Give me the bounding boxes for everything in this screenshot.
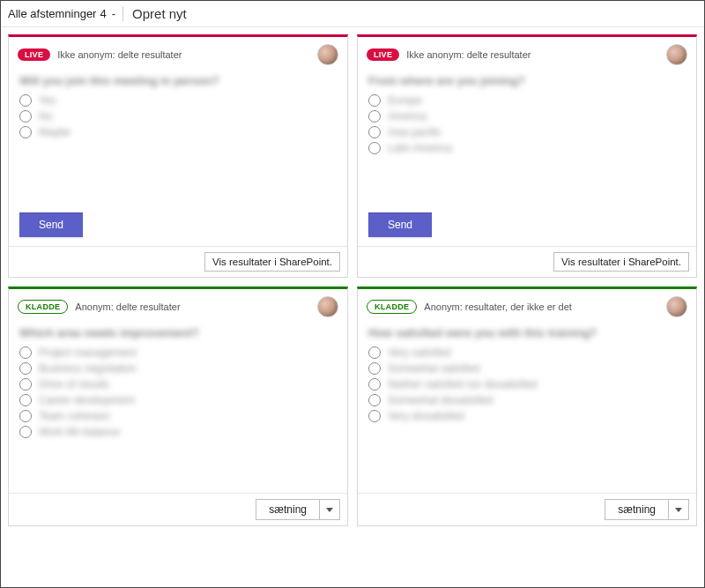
poll-card: KLADDE Anonym: delte resultater Which ar… xyxy=(8,287,348,526)
poll-option[interactable]: Somewhat satisfied xyxy=(368,362,686,375)
option-label: Drive of results xyxy=(39,378,109,391)
send-button[interactable]: Send xyxy=(368,212,432,237)
dropdown-label: sætning xyxy=(605,500,668,519)
option-label: Neither satisfied nor dissatisfied xyxy=(388,378,537,391)
card-header: KLADDE Anonym: delte resultater xyxy=(9,289,347,321)
card-body: Will you join this meeting in person? Ye… xyxy=(9,69,347,205)
poll-option[interactable]: Project management xyxy=(19,346,337,359)
poll-question: From where are you joining? xyxy=(368,74,686,87)
poll-card: LIVE Ikke anonym: delte resultater From … xyxy=(357,34,697,278)
sentence-dropdown[interactable]: sætning xyxy=(605,499,689,520)
radio-icon xyxy=(19,394,32,406)
poll-count: 4 xyxy=(100,7,106,20)
poll-question: Will you join this meeting in person? xyxy=(19,74,337,87)
cards-grid: LIVE Ikke anonym: delte resultater Will … xyxy=(1,27,704,533)
radio-icon xyxy=(368,94,381,107)
option-label: Latin America xyxy=(388,142,452,154)
poll-option[interactable]: Asia pacific xyxy=(368,126,686,138)
page-header: Alle afstemninger 4 - Opret nyt xyxy=(1,1,704,27)
header-separator: - xyxy=(112,7,115,20)
radio-icon xyxy=(368,410,381,422)
poll-option[interactable]: No xyxy=(19,110,337,123)
radio-icon xyxy=(19,410,32,422)
poll-option[interactable]: Team cohesion xyxy=(19,410,337,422)
radio-icon xyxy=(368,110,381,123)
sentence-dropdown[interactable]: sætning xyxy=(256,499,340,520)
option-label: Very satisfied xyxy=(388,346,450,359)
card-header: LIVE Ikke anonym: delte resultater xyxy=(9,37,347,69)
dropdown-label: sætning xyxy=(256,500,319,519)
card-header: KLADDE Anonym: resultater, der ikke er d… xyxy=(358,289,696,321)
option-label: Asia pacific xyxy=(388,126,442,138)
status-badge: KLADDE xyxy=(367,300,417,314)
option-label: No xyxy=(39,110,52,123)
option-label: Work life balance xyxy=(39,426,120,438)
poll-option[interactable]: Very satisfied xyxy=(368,346,686,359)
poll-question: How satisfied were you with this trainin… xyxy=(368,326,686,339)
anonymity-text: Anonym: resultater, der ikke er det xyxy=(424,301,572,312)
card-body: From where are you joining? Europe Ameri… xyxy=(358,69,696,205)
radio-icon xyxy=(19,362,32,375)
poll-option[interactable]: Europe xyxy=(368,94,686,107)
card-footer: sætning xyxy=(9,493,347,525)
avatar[interactable] xyxy=(317,44,338,65)
card-header: LIVE Ikke anonym: delte resultater xyxy=(358,37,696,69)
radio-icon xyxy=(19,426,32,438)
poll-option[interactable]: Work life balance xyxy=(19,426,337,438)
avatar[interactable] xyxy=(317,296,338,317)
radio-icon xyxy=(368,346,381,359)
status-badge: KLADDE xyxy=(18,300,68,314)
option-label: Very dissatisfied xyxy=(388,410,464,422)
poll-question: Which area needs improvement? xyxy=(19,326,337,339)
radio-icon xyxy=(19,346,32,359)
poll-option[interactable]: America xyxy=(368,110,686,123)
anonymity-text: Anonym: delte resultater xyxy=(75,301,180,312)
radio-icon xyxy=(19,94,32,107)
card-body: How satisfied were you with this trainin… xyxy=(358,321,696,493)
card-footer: Vis resultater i SharePoint. xyxy=(9,246,347,277)
option-label: Career development xyxy=(39,394,135,406)
card-body: Which area needs improvement? Project ma… xyxy=(9,321,347,493)
option-label: Maybe xyxy=(39,126,70,138)
title-prefix: Alle afstemninger xyxy=(8,7,96,20)
status-badge: LIVE xyxy=(367,48,399,61)
poll-option[interactable]: Latin America xyxy=(368,142,686,154)
chevron-down-icon xyxy=(319,500,339,519)
radio-icon xyxy=(368,142,381,154)
option-label: Somewhat dissatisfied xyxy=(388,394,493,406)
view-sharepoint-button[interactable]: Vis resultater i SharePoint. xyxy=(553,252,689,272)
poll-option[interactable]: Business negotiation xyxy=(19,362,337,375)
create-new-link[interactable]: Opret nyt xyxy=(122,6,187,21)
poll-card: LIVE Ikke anonym: delte resultater Will … xyxy=(8,34,348,278)
poll-option[interactable]: Maybe xyxy=(19,126,337,138)
option-label: Europe xyxy=(388,94,422,107)
view-sharepoint-button[interactable]: Vis resultater i SharePoint. xyxy=(204,252,340,272)
poll-option[interactable]: Yes xyxy=(19,94,337,107)
option-label: America xyxy=(388,110,427,123)
card-footer: Vis resultater i SharePoint. xyxy=(358,246,696,277)
option-label: Project management xyxy=(39,346,137,359)
anonymity-text: Ikke anonym: delte resultater xyxy=(57,49,182,60)
option-label: Somewhat satisfied xyxy=(388,362,479,375)
avatar[interactable] xyxy=(666,44,687,65)
radio-icon xyxy=(19,110,32,123)
poll-option[interactable]: Neither satisfied nor dissatisfied xyxy=(368,378,686,391)
poll-option[interactable]: Drive of results xyxy=(19,378,337,391)
poll-option[interactable]: Somewhat dissatisfied xyxy=(368,394,686,406)
option-label: Team cohesion xyxy=(39,410,110,422)
card-footer: sætning xyxy=(358,493,696,525)
radio-icon xyxy=(19,378,32,391)
avatar[interactable] xyxy=(666,296,687,317)
radio-icon xyxy=(368,378,381,391)
radio-icon xyxy=(368,126,381,138)
anonymity-text: Ikke anonym: delte resultater xyxy=(406,49,531,60)
status-badge: LIVE xyxy=(18,48,50,61)
poll-option[interactable]: Very dissatisfied xyxy=(368,410,686,422)
poll-card: KLADDE Anonym: resultater, der ikke er d… xyxy=(357,287,697,526)
option-label: Business negotiation xyxy=(39,362,137,375)
radio-icon xyxy=(19,126,32,138)
send-button[interactable]: Send xyxy=(19,212,83,237)
poll-option[interactable]: Career development xyxy=(19,394,337,406)
option-label: Yes xyxy=(39,94,56,107)
radio-icon xyxy=(368,362,381,375)
